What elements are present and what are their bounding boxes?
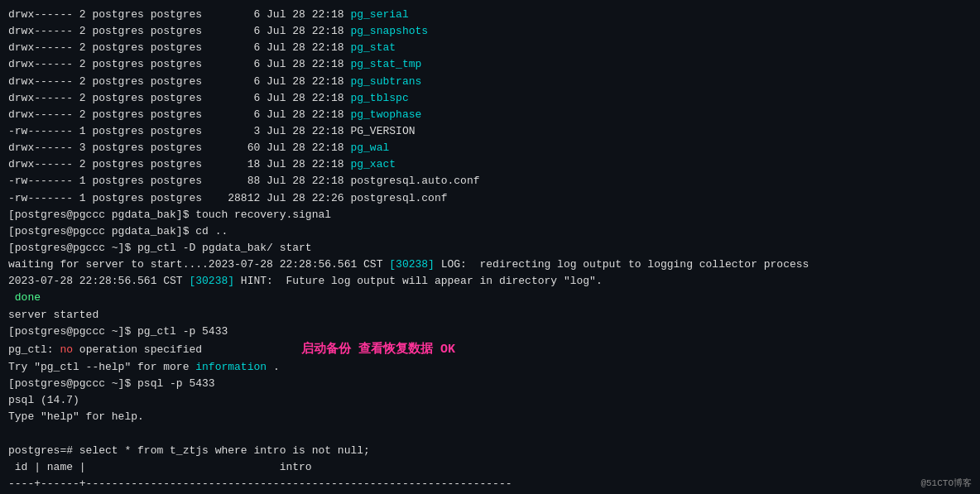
line-3: drwx------ 2 postgres postgres 6 Jul 28 … [8,40,972,56]
line-13: [postgres@pgccc pgdata_bak]$ touch recov… [8,207,972,223]
watermark: @51CTO博客 [920,477,972,489]
line-22: Try "pg_ctl --help" for more information… [8,359,972,376]
line-16: waiting for server to start....2023-07-2… [8,257,972,273]
terminal: drwx------ 2 postgres postgres 6 Jul 28 … [8,7,972,487]
line-27: postgres=# select * from t_ztjs where in… [8,443,972,459]
line-7: drwx------ 2 postgres postgres 6 Jul 28 … [8,107,972,123]
line-29: ----+------+----------------------------… [8,476,972,492]
line-14: [postgres@pgccc pgdata_bak]$ cd .. [8,223,972,240]
line-23: [postgres@pgccc ~]$ psql -p 5433 [8,376,972,392]
line-2: drwx------ 2 postgres postgres 6 Jul 28 … [8,23,972,40]
line-10: drwx------ 2 postgres postgres 18 Jul 28… [8,156,972,173]
line-15: [postgres@pgccc ~]$ pg_ctl -D pgdata_bak… [8,240,972,257]
line-25: Type "help" for help. [8,409,972,425]
line-11: -rw------- 1 postgres postgres 88 Jul 28… [8,173,972,189]
line-18: done [8,290,972,306]
line-5: drwx------ 2 postgres postgres 6 Jul 28 … [8,74,972,90]
line-28: id | name | intro [8,459,972,476]
line-8: -rw------- 1 postgres postgres 3 Jul 28 … [8,123,972,140]
line-19: server started [8,307,972,324]
line-17: 2023-07-28 22:28:56.561 CST [30238] HINT… [8,273,972,290]
line-20: [postgres@pgccc ~]$ pg_ctl -p 5433 [8,324,972,340]
line-12: -rw------- 1 postgres postgres 28812 Jul… [8,190,972,207]
line-21: pg_ctl: no operation specified启动备份 查看恢复数… [8,340,972,359]
line-6: drwx------ 2 postgres postgres 6 Jul 28 … [8,90,972,107]
line-24: psql (14.7) [8,392,972,409]
line-4: drwx------ 2 postgres postgres 6 Jul 28 … [8,56,972,73]
line-26 [8,426,972,443]
line-9: drwx------ 3 postgres postgres 60 Jul 28… [8,140,972,156]
line-1: drwx------ 2 postgres postgres 6 Jul 28 … [8,7,972,23]
